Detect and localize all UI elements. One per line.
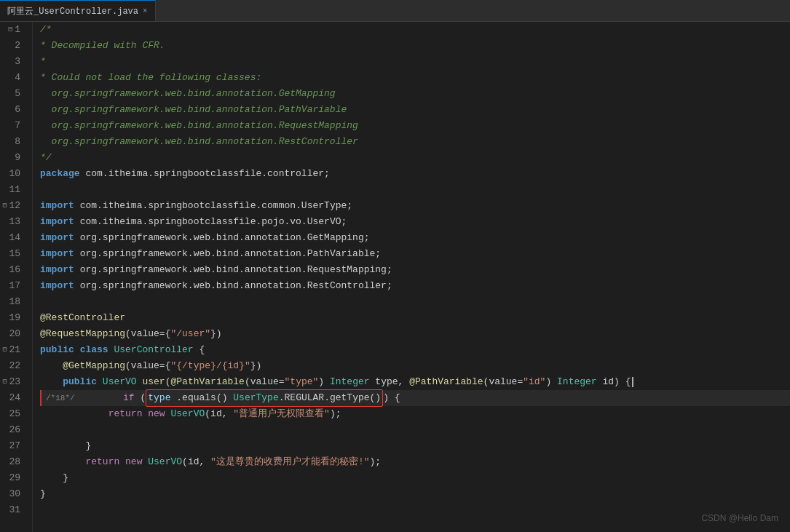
fold-indicator[interactable]: ⊟ xyxy=(0,342,9,358)
code-line: org.springframework.web.bind.annotation.… xyxy=(40,102,790,118)
code-line: org.springframework.web.bind.annotation.… xyxy=(40,118,790,134)
fold-indicator[interactable]: ⊟ xyxy=(6,22,15,38)
line-number: 27 xyxy=(0,438,26,454)
line-number: 31 xyxy=(0,502,26,518)
code-line: public UserVO user(@PathVariable(value="… xyxy=(40,374,790,390)
line-number-text: 3 xyxy=(15,54,20,70)
tab-bar: 阿里云_UserController.java × xyxy=(0,0,790,22)
fold-indicator[interactable]: ⊟ xyxy=(0,374,9,390)
code-text: } xyxy=(40,486,46,502)
code-line: /* xyxy=(40,22,790,38)
code-line xyxy=(40,422,790,438)
code-text: import com.itheima.springbootclassfile.c… xyxy=(40,198,352,214)
line-number-text: 2 xyxy=(15,38,20,54)
line-number: 20 xyxy=(0,326,26,342)
line-number-text: 1 xyxy=(15,22,20,38)
line-number-text: 8 xyxy=(15,134,20,150)
line-number: 28 xyxy=(0,454,26,470)
code-text: package com.itheima.springbootclassfile.… xyxy=(40,166,330,182)
code-line: * Decompiled with CFR. xyxy=(40,38,790,54)
code-line: import org.springframework.web.bind.anno… xyxy=(40,246,790,262)
code-text: @GetMapping(value={"{/type}/{id}"}) xyxy=(40,358,261,374)
code-text: public class UserController { xyxy=(40,342,205,358)
line-number: 30 xyxy=(0,486,26,502)
line-number-text: 31 xyxy=(9,502,20,518)
line-number: 19 xyxy=(0,310,26,326)
code-text: org.springframework.web.bind.annotation.… xyxy=(40,86,336,102)
code-line: return new UserVO(id, "这是尊贵的收费用户才能看的秘密!"… xyxy=(40,454,790,470)
code-text: import org.springframework.web.bind.anno… xyxy=(40,262,392,278)
line-number: 9 xyxy=(0,150,26,166)
text-cursor xyxy=(632,377,633,387)
line-number-text: 20 xyxy=(9,326,20,342)
line-number: 4 xyxy=(0,70,26,86)
line-number-text: 4 xyxy=(15,70,20,86)
code-text: return new UserVO(id, "普通用户无权限查看"); xyxy=(40,406,341,422)
code-text: org.springframework.web.bind.annotation.… xyxy=(40,118,358,134)
line-number: 18 xyxy=(0,294,26,310)
line-number-text: 14 xyxy=(9,230,20,246)
code-text: import org.springframework.web.bind.anno… xyxy=(40,230,370,246)
code-text: /* xyxy=(40,22,52,38)
tab-close-icon[interactable]: × xyxy=(143,7,148,15)
line-number: ⊟23 xyxy=(0,374,26,390)
line-number: 29 xyxy=(0,470,26,486)
line-number: 13 xyxy=(0,214,26,230)
code-line: public class UserController { xyxy=(40,342,790,358)
line-number-text: 7 xyxy=(15,118,20,134)
line-number-text: 5 xyxy=(15,86,20,102)
code-line: * xyxy=(40,54,790,70)
line-number: 24 xyxy=(0,390,26,406)
line-number: 22 xyxy=(0,358,26,374)
line-number: 3 xyxy=(0,54,26,70)
code-text: if (type .equals() UserType.REGULAR.getT… xyxy=(78,389,400,407)
line-number-text: 15 xyxy=(9,246,20,262)
line-number: 14 xyxy=(0,230,26,246)
code-text: return new UserVO(id, "这是尊贵的收费用户才能看的秘密!"… xyxy=(40,454,381,470)
code-text: import org.springframework.web.bind.anno… xyxy=(40,246,381,262)
fold-indicator[interactable]: ⊟ xyxy=(0,198,9,214)
line-number: ⊟12 xyxy=(0,198,26,214)
line-number: 6 xyxy=(0,102,26,118)
watermark: CSDN @Hello Dam xyxy=(701,513,778,523)
code-line: package com.itheima.springbootclassfile.… xyxy=(40,166,790,182)
code-text: org.springframework.web.bind.annotation.… xyxy=(40,102,347,118)
line-number: 17 xyxy=(0,278,26,294)
code-line: */ xyxy=(40,150,790,166)
line-number: 26 xyxy=(0,422,26,438)
code-text: * xyxy=(40,54,46,70)
file-tab[interactable]: 阿里云_UserController.java × xyxy=(0,0,156,21)
code-line: @RestController xyxy=(40,310,790,326)
line-number-text: 16 xyxy=(9,262,20,278)
line-number-text: 12 xyxy=(9,198,20,214)
line-number-text: 25 xyxy=(9,406,20,422)
code-text: } xyxy=(40,470,68,486)
code-line xyxy=(40,502,790,518)
line-number-text: 22 xyxy=(9,358,20,374)
line-number-text: 21 xyxy=(9,342,20,358)
code-content[interactable]: /* * Decompiled with CFR. * * Could not … xyxy=(33,22,790,532)
code-line: @RequestMapping(value={"/user"}) xyxy=(40,326,790,342)
code-text: @RequestMapping(value={"/user"}) xyxy=(40,326,222,342)
code-line: import org.springframework.web.bind.anno… xyxy=(40,278,790,294)
line-number: 2 xyxy=(0,38,26,54)
line-marker: /*18*/ xyxy=(46,390,75,406)
line-numbers: ⊟1234567891011⊟121314151617181920⊟2122⊟2… xyxy=(0,22,33,532)
code-line: @GetMapping(value={"{/type}/{id}"}) xyxy=(40,358,790,374)
tab-filename: 阿里云_UserController.java xyxy=(7,5,138,17)
line-number-text: 19 xyxy=(9,310,20,326)
line-number-text: 9 xyxy=(15,150,20,166)
code-line: import org.springframework.web.bind.anno… xyxy=(40,230,790,246)
line-number-text: 27 xyxy=(9,438,20,454)
line-number-text: 10 xyxy=(9,166,20,182)
code-line xyxy=(40,294,790,310)
code-line: import com.itheima.springbootclassfile.c… xyxy=(40,198,790,214)
code-text: public UserVO user(@PathVariable(value="… xyxy=(40,374,631,390)
code-text: import org.springframework.web.bind.anno… xyxy=(40,278,392,294)
code-text: } xyxy=(40,438,91,454)
code-line: import com.itheima.springbootclassfile.p… xyxy=(40,214,790,230)
line-number: ⊟21 xyxy=(0,342,26,358)
code-line: import org.springframework.web.bind.anno… xyxy=(40,262,790,278)
line-number: 10 xyxy=(0,166,26,182)
line-number-text: 28 xyxy=(9,454,20,470)
